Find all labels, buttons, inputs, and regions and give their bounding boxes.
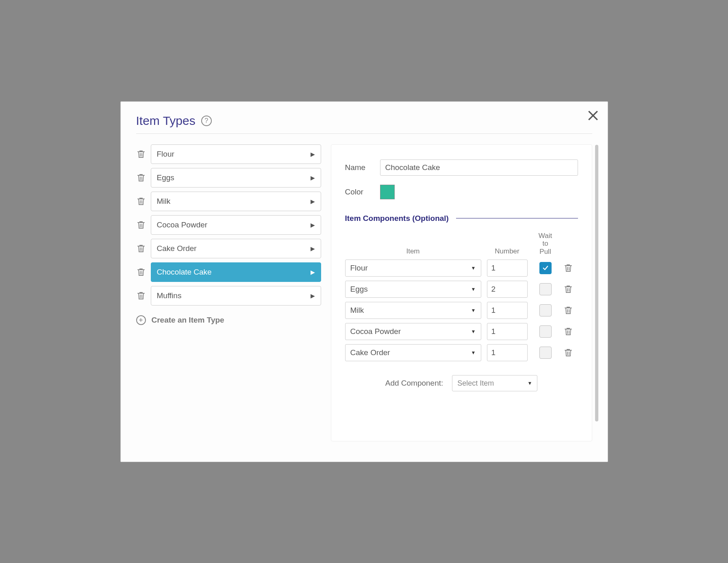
chevron-right-icon: ▶: [311, 222, 315, 228]
item-type-chip[interactable]: Cake Order▶: [151, 239, 321, 258]
wait-to-pull-checkbox[interactable]: [539, 283, 552, 295]
trash-icon: [136, 244, 146, 253]
trash-icon: [136, 149, 146, 159]
section-divider: [456, 218, 578, 218]
item-row: Cake Order▶: [136, 239, 321, 258]
wait-to-pull-checkbox[interactable]: [539, 304, 552, 316]
chevron-right-icon: ▶: [311, 175, 315, 181]
col-wait-header: WaittoPull: [533, 232, 558, 256]
item-type-label: Cake Order: [157, 244, 197, 253]
name-row: Name: [345, 159, 578, 176]
item-type-label: Flour: [157, 150, 174, 159]
component-number-input[interactable]: [487, 281, 528, 298]
component-number-input[interactable]: [487, 323, 528, 340]
item-type-label: Chocolate Cake: [157, 268, 212, 277]
component-item-select[interactable]: Eggs▼: [345, 281, 481, 298]
wait-to-pull-checkbox[interactable]: [539, 325, 552, 338]
create-item-type-label: Create an Item Type: [152, 316, 224, 325]
item-type-chip[interactable]: Chocolate Cake▶: [151, 262, 321, 282]
color-row: Color: [345, 185, 578, 199]
close-icon: [587, 109, 600, 122]
component-item-select[interactable]: Cocoa Powder▼: [345, 323, 481, 340]
delete-component-button[interactable]: [563, 306, 573, 315]
close-button[interactable]: [587, 109, 600, 122]
create-item-type-button[interactable]: + Create an Item Type: [136, 315, 321, 325]
chevron-right-icon: ▶: [311, 269, 315, 275]
component-item-select[interactable]: Flour▼: [345, 260, 481, 277]
chevron-right-icon: ▶: [311, 198, 315, 205]
item-type-chip[interactable]: Flour▶: [151, 144, 321, 164]
component-row: Cocoa Powder▼: [345, 323, 578, 340]
item-type-chip[interactable]: Eggs▶: [151, 168, 321, 188]
help-icon: ?: [204, 117, 208, 124]
delete-component-button[interactable]: [563, 348, 573, 358]
delete-item-button[interactable]: [136, 244, 146, 253]
component-item-value: Eggs: [350, 285, 368, 294]
delete-component-button[interactable]: [563, 284, 573, 294]
item-type-chip[interactable]: Cocoa Powder▶: [151, 215, 321, 235]
delete-item-button[interactable]: [136, 149, 146, 159]
delete-item-button[interactable]: [136, 220, 146, 230]
add-component-row: Add Component: Select Item ▼: [345, 375, 578, 391]
item-row: Chocolate Cake▶: [136, 262, 321, 282]
scrollbar[interactable]: [595, 145, 598, 421]
item-type-chip[interactable]: Milk▶: [151, 192, 321, 211]
name-input[interactable]: [380, 159, 578, 176]
color-swatch[interactable]: [380, 185, 395, 199]
delete-component-button[interactable]: [563, 263, 573, 273]
col-item-header: Item: [345, 247, 481, 255]
trash-icon: [136, 267, 146, 277]
trash-icon: [136, 173, 146, 183]
components-table-head: Item Number WaittoPull: [345, 232, 578, 256]
chevron-down-icon: ▼: [527, 380, 532, 386]
delete-item-button[interactable]: [136, 267, 146, 277]
item-type-chip[interactable]: Muffins▶: [151, 286, 321, 306]
component-number-input[interactable]: [487, 302, 528, 319]
trash-icon: [563, 348, 573, 358]
item-list: Flour▶Eggs▶Milk▶Cocoa Powder▶Cake Order▶…: [136, 144, 321, 325]
component-row: Cake Order▼: [345, 344, 578, 361]
delete-item-button[interactable]: [136, 291, 146, 301]
component-number-input[interactable]: [487, 260, 528, 277]
item-type-label: Milk: [157, 197, 171, 206]
delete-item-button[interactable]: [136, 173, 146, 183]
check-icon: [542, 264, 549, 272]
component-item-select[interactable]: Cake Order▼: [345, 344, 481, 361]
component-item-value: Cocoa Powder: [350, 327, 401, 336]
delete-component-button[interactable]: [563, 327, 573, 336]
trash-icon: [563, 284, 573, 294]
modal-title: Item Types: [136, 114, 196, 128]
wait-to-pull-checkbox[interactable]: [539, 262, 552, 274]
detail-panel: Name Color Item Components (Optional) It…: [331, 144, 592, 441]
wait-to-pull-checkbox[interactable]: [539, 347, 552, 359]
chevron-down-icon: ▼: [471, 286, 476, 292]
chevron-down-icon: ▼: [471, 329, 476, 334]
trash-icon: [563, 327, 573, 336]
components-table: Item Number WaittoPull Flour▼Eggs▼Milk▼C…: [345, 232, 578, 362]
plus-icon: +: [136, 315, 146, 325]
trash-icon: [563, 306, 573, 315]
component-item-value: Flour: [350, 264, 368, 273]
item-type-label: Eggs: [157, 173, 174, 182]
component-item-value: Cake Order: [350, 348, 390, 357]
item-row: Milk▶: [136, 192, 321, 211]
component-item-select[interactable]: Milk▼: [345, 302, 481, 319]
trash-icon: [136, 196, 146, 206]
chevron-down-icon: ▼: [471, 308, 476, 313]
chevron-down-icon: ▼: [471, 265, 476, 271]
chevron-down-icon: ▼: [471, 350, 476, 356]
component-row: Flour▼: [345, 260, 578, 277]
chevron-right-icon: ▶: [311, 151, 315, 157]
delete-item-button[interactable]: [136, 196, 146, 206]
components-title: Item Components (Optional): [345, 214, 449, 223]
help-button[interactable]: ?: [201, 116, 212, 126]
add-component-select[interactable]: Select Item ▼: [452, 375, 537, 391]
trash-icon: [563, 263, 573, 273]
item-types-modal: Item Types ? Flour▶Eggs▶Milk▶Cocoa Powde…: [120, 101, 608, 462]
item-type-label: Muffins: [157, 291, 182, 300]
item-row: Eggs▶: [136, 168, 321, 188]
components-header: Item Components (Optional): [345, 214, 578, 223]
item-row: Cocoa Powder▶: [136, 215, 321, 235]
component-row: Milk▼: [345, 302, 578, 319]
component-number-input[interactable]: [487, 344, 528, 361]
